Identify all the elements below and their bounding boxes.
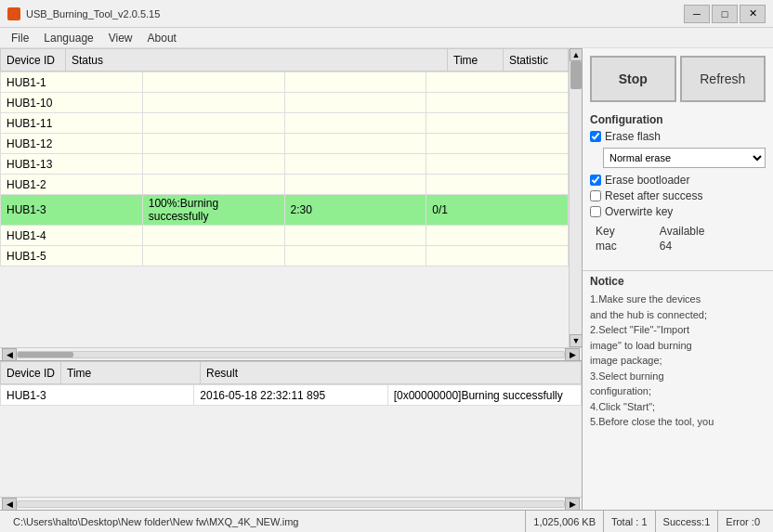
vscroll-down[interactable]: ▼ xyxy=(570,334,582,347)
status-cell: 100%:Burning successfully xyxy=(142,195,284,226)
device-table-vscroll[interactable]: ▲ ▼ xyxy=(569,48,582,347)
device-table-hscroll[interactable]: ◀ ▶ xyxy=(0,347,582,360)
minimize-button[interactable]: ─ xyxy=(684,5,710,23)
vscroll-up[interactable]: ▲ xyxy=(570,48,582,61)
refresh-button[interactable]: Refresh xyxy=(680,56,766,102)
vscroll-thumb xyxy=(570,61,582,89)
key-available-table: Key Available mac 64 xyxy=(590,224,766,253)
table-row[interactable]: HUB1-11 xyxy=(1,113,569,134)
device-table-scroll[interactable]: HUB1-1 HUB1-10 HUB1-11 HUB1-12 HUB1-13 H… xyxy=(0,71,569,347)
device-id-cell: HUB1-12 xyxy=(1,134,143,154)
table-row[interactable]: HUB1-3 100%:Burning successfully 2:30 0/… xyxy=(1,195,569,226)
success-label: Success: xyxy=(663,516,705,527)
status-cell xyxy=(142,113,284,134)
available-cell: 64 xyxy=(654,239,766,253)
log-hscroll-right[interactable]: ▶ xyxy=(565,498,580,511)
status-cell xyxy=(142,72,284,93)
table-row[interactable]: HUB1-4 xyxy=(1,226,569,246)
overwrite-key-row: Overwirte key xyxy=(590,205,766,218)
time-cell xyxy=(284,226,426,246)
log-table: Device ID Time Result xyxy=(0,361,582,384)
status-cell xyxy=(142,93,284,113)
log-hscroll-track[interactable] xyxy=(17,500,565,508)
left-panel: Device ID Status Time Statistic HUB1-1 xyxy=(0,48,583,510)
status-total: Total : 1 xyxy=(604,511,656,532)
hscroll-thumb xyxy=(18,352,73,357)
total-label: Total : xyxy=(611,516,638,527)
status-bar: C:\Users\halto\Desktop\New folder\New fw… xyxy=(0,510,773,532)
col-header-statistic: Statistic xyxy=(504,49,569,71)
menu-bar: File Language View About xyxy=(0,28,773,48)
hscroll-left[interactable]: ◀ xyxy=(2,348,17,361)
device-id-cell: HUB1-2 xyxy=(1,175,143,195)
time-cell: 2:30 xyxy=(284,195,426,226)
status-error: Error :0 xyxy=(718,511,767,532)
title-bar: USB_Burning_Tool_v2.0.5.15 ─ □ ✕ xyxy=(0,0,773,28)
reset-after-success-row: Reset after success xyxy=(590,189,766,202)
app-icon xyxy=(7,7,20,20)
log-col-header-result: Result xyxy=(201,362,582,384)
maximize-button[interactable]: □ xyxy=(712,5,738,23)
log-device-cell: HUB1-3 xyxy=(1,385,194,406)
erase-flash-label[interactable]: Erase flash xyxy=(605,130,661,143)
menu-about[interactable]: About xyxy=(140,30,184,45)
erase-bootloader-checkbox[interactable] xyxy=(590,175,601,186)
menu-file[interactable]: File xyxy=(4,30,36,45)
device-id-cell: HUB1-1 xyxy=(1,72,143,93)
device-table-body: HUB1-1 HUB1-10 HUB1-11 HUB1-12 HUB1-13 H… xyxy=(0,71,569,266)
status-cell xyxy=(142,134,284,154)
log-row: HUB1-3 2016-05-18 22:32:11 895 [0x000000… xyxy=(1,385,582,406)
log-result-cell: [0x00000000]Burning successfully xyxy=(387,385,581,406)
log-body-table: HUB1-3 2016-05-18 22:32:11 895 [0x000000… xyxy=(0,384,582,406)
table-row[interactable]: HUB1-10 xyxy=(1,93,569,113)
hscroll-right[interactable]: ▶ xyxy=(565,348,580,361)
col-header-device-id: Device ID xyxy=(1,49,66,71)
table-row[interactable]: HUB1-12 xyxy=(1,134,569,154)
time-cell xyxy=(284,154,426,175)
table-row[interactable]: HUB1-13 xyxy=(1,154,569,175)
statistic-cell xyxy=(426,72,569,93)
key-header: Key xyxy=(590,224,654,239)
file-size: 1,025,006 KB xyxy=(533,516,596,527)
notice-section: Notice 1.Make sure the devicesand the hu… xyxy=(583,270,773,434)
vscroll-track[interactable] xyxy=(570,61,582,334)
table-row[interactable]: HUB1-5 xyxy=(1,246,569,266)
erase-flash-checkbox[interactable] xyxy=(590,131,601,142)
erase-flash-row: Erase flash xyxy=(590,130,766,143)
device-id-cell: HUB1-13 xyxy=(1,154,143,175)
reset-after-success-label[interactable]: Reset after success xyxy=(605,189,702,202)
overwrite-key-checkbox[interactable] xyxy=(590,206,601,217)
status-cell xyxy=(142,246,284,266)
close-button[interactable]: ✕ xyxy=(740,5,766,23)
overwrite-key-label[interactable]: Overwirte key xyxy=(605,205,673,218)
menu-language[interactable]: Language xyxy=(36,30,100,45)
time-cell xyxy=(284,175,426,195)
total-value: 1 xyxy=(641,516,647,527)
hscroll-track[interactable] xyxy=(17,351,565,358)
log-col-header-time: Time xyxy=(61,362,201,384)
right-panel: Stop Refresh Configuration Erase flash N… xyxy=(583,48,773,510)
table-row[interactable]: HUB1-1 xyxy=(1,72,569,93)
erase-type-select[interactable]: Normal erase Full erase xyxy=(603,148,766,168)
erase-bootloader-label[interactable]: Erase bootloader xyxy=(605,174,689,187)
key-row: mac 64 xyxy=(590,239,766,253)
log-hscroll-left[interactable]: ◀ xyxy=(2,498,17,511)
stop-button[interactable]: Stop xyxy=(590,56,676,102)
normal-erase-select-row: Normal erase Full erase xyxy=(603,146,766,170)
status-path: C:\Users\halto\Desktop\New folder\New fw… xyxy=(6,511,526,532)
log-hscroll[interactable]: ◀ ▶ xyxy=(0,497,582,510)
log-col-header-device: Device ID xyxy=(1,362,61,384)
table-row[interactable]: HUB1-2 xyxy=(1,175,569,195)
col-header-status: Status xyxy=(66,49,448,71)
action-buttons: Stop Refresh xyxy=(583,48,773,110)
time-cell xyxy=(284,72,426,93)
log-scroll[interactable]: HUB1-3 2016-05-18 22:32:11 895 [0x000000… xyxy=(0,384,582,497)
config-title: Configuration xyxy=(590,113,766,126)
reset-after-success-checkbox[interactable] xyxy=(590,190,601,201)
log-time-cell: 2016-05-18 22:32:11 895 xyxy=(194,385,387,406)
device-id-cell: HUB1-5 xyxy=(1,246,143,266)
device-table-area: Device ID Status Time Statistic HUB1-1 xyxy=(0,48,582,361)
device-id-cell: HUB1-3 xyxy=(1,195,143,226)
menu-view[interactable]: View xyxy=(101,30,140,45)
statistic-cell xyxy=(426,154,569,175)
